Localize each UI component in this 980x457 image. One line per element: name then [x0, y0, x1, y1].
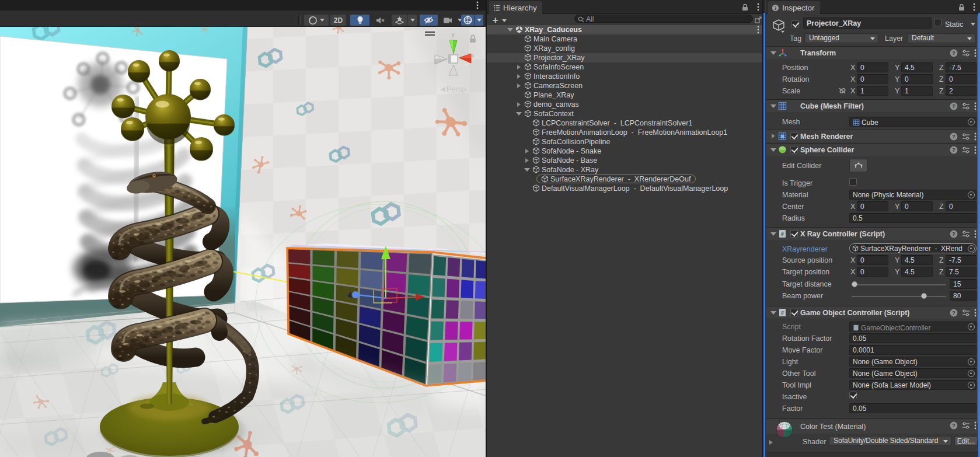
svg-text:?: ? — [952, 103, 955, 109]
svg-text:?: ? — [952, 50, 955, 56]
svg-text:#: # — [781, 231, 784, 237]
svg-text:x: x — [472, 53, 475, 58]
svg-text:#: # — [781, 310, 784, 316]
svg-text:y: y — [452, 32, 455, 37]
svg-text:?: ? — [952, 133, 955, 139]
svg-text:×: × — [438, 56, 441, 61]
svg-text:?: ? — [952, 231, 955, 237]
svg-text:?: ? — [952, 422, 955, 428]
svg-text:?: ? — [952, 309, 955, 316]
svg-text:◄Persp: ◄Persp — [439, 85, 466, 93]
svg-text:?: ? — [952, 146, 955, 153]
